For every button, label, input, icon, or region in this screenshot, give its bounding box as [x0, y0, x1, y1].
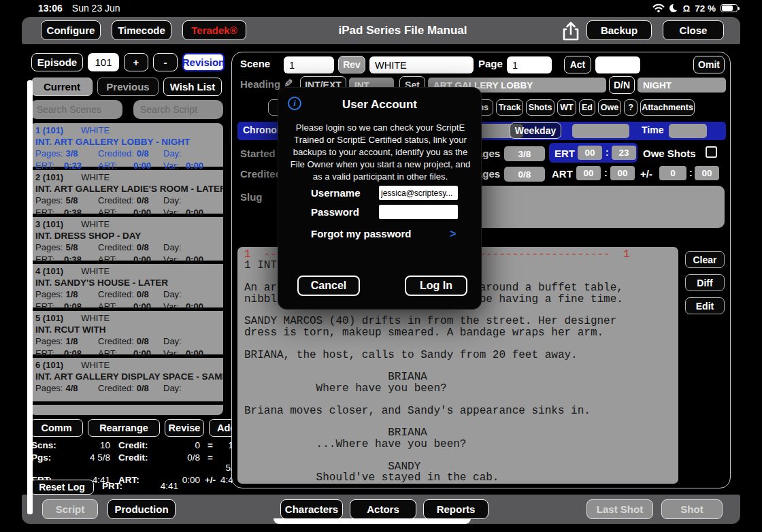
- backup-button[interactable]: Backup: [586, 20, 652, 40]
- forgot-password-link[interactable]: Forgot my password: [311, 228, 412, 239]
- totals-summary: Scns: 10 Credit: 0 = 10 Pgs: 4 5/8 Credi…: [31, 440, 225, 485]
- search-script-input[interactable]: [133, 100, 223, 119]
- close-button[interactable]: Close: [663, 20, 724, 40]
- scene-list-item-6[interactable]: 6 (101)WHITE INT. ART GALLERY DISPLAY SP…: [30, 358, 223, 405]
- prt-row: PRT: 4:41: [102, 481, 178, 491]
- rearrange-button[interactable]: Rearrange: [88, 419, 160, 437]
- comm-button[interactable]: Comm: [30, 419, 83, 437]
- episode-button[interactable]: Episode: [31, 53, 83, 71]
- variance-minutes-field[interactable]: 0: [659, 166, 686, 180]
- scene-slug: INT. RCUT WITH: [35, 324, 219, 335]
- tab-owe[interactable]: Owe: [598, 99, 621, 116]
- tab-wish-list[interactable]: Wish List: [163, 78, 222, 96]
- increment-button[interactable]: +: [124, 53, 148, 71]
- clear-button[interactable]: Clear: [685, 251, 725, 268]
- ert-minutes-field[interactable]: 00: [578, 146, 602, 160]
- revision-input[interactable]: [369, 56, 474, 73]
- scene-number: 2 (101): [35, 172, 63, 182]
- omit-button[interactable]: Omit: [693, 56, 725, 73]
- tab-current[interactable]: Current: [31, 78, 93, 96]
- art-value: 0:00: [133, 301, 151, 312]
- forgot-password-arrow-icon[interactable]: >: [450, 228, 456, 240]
- revision-button[interactable]: Revision: [182, 53, 225, 71]
- dialog-title: User Account: [278, 98, 481, 112]
- edit-button[interactable]: Edit: [685, 297, 725, 314]
- scene-list-item-1[interactable]: 1 (101)WHITE INT. ART GALLERY LOBBY - NI…: [30, 123, 223, 170]
- diff-button[interactable]: Diff: [685, 274, 725, 291]
- time-field[interactable]: [669, 124, 707, 138]
- pages-value-field[interactable]: 3/8: [504, 146, 545, 161]
- script-line: Where have you been?: [244, 383, 678, 394]
- art-seconds-field[interactable]: 00: [610, 166, 635, 180]
- scene-label: Scene: [240, 58, 270, 69]
- credited-value: 0/8: [137, 289, 149, 299]
- scene-list-tabs: Current Previous Wish List: [31, 78, 222, 96]
- login-button[interactable]: Log In: [405, 276, 467, 296]
- credited-label: Credited:: [98, 195, 134, 205]
- pages-credited-field[interactable]: 0/8: [504, 167, 545, 182]
- timecode-button[interactable]: Timecode: [112, 20, 171, 40]
- act-button[interactable]: Act: [564, 56, 591, 73]
- var-value: 0:00: [186, 161, 203, 171]
- scene-list-item-2[interactable]: 2 (101)WHITE INT. ART GALLERY LADIE'S RO…: [30, 170, 223, 217]
- episode-number-input[interactable]: [88, 53, 119, 71]
- heading-label: Heading: [240, 78, 280, 90]
- var-value: 0:00: [186, 254, 203, 265]
- day-night-button[interactable]: D/N: [609, 76, 635, 94]
- tab-shots[interactable]: Shots: [526, 99, 554, 116]
- characters-nav-button[interactable]: Characters: [280, 499, 343, 519]
- tab-wt[interactable]: WT: [557, 99, 576, 116]
- status-time-date: 13:06Sun 23 Jun: [38, 3, 120, 14]
- credited-label: Credited: [240, 168, 282, 180]
- status-bar: 13:06Sun 23 Jun Ω 72 %: [0, 0, 762, 16]
- tab-track[interactable]: Track: [496, 99, 523, 116]
- ert-seconds-field[interactable]: 23: [612, 146, 636, 160]
- weekday-field[interactable]: [572, 124, 629, 138]
- credited-value: 0/8: [137, 148, 149, 159]
- username-input[interactable]: [379, 186, 458, 200]
- act-input[interactable]: [595, 56, 640, 73]
- script-line: ...Where have you been?: [244, 439, 678, 450]
- production-nav-button[interactable]: Production: [107, 499, 176, 519]
- scene-number-input[interactable]: [284, 56, 334, 73]
- credited-value: 0/8: [137, 195, 149, 205]
- pages-label: Pages:: [35, 242, 63, 252]
- variance-seconds-field[interactable]: 00: [695, 166, 719, 180]
- page-input[interactable]: [507, 56, 552, 73]
- share-icon[interactable]: [561, 20, 581, 42]
- tab-previous[interactable]: Previous: [97, 78, 159, 96]
- decrement-button[interactable]: -: [153, 53, 178, 71]
- rev-button[interactable]: Rev: [338, 56, 365, 73]
- tab-question[interactable]: ?: [624, 99, 637, 116]
- tab-attachments[interactable]: Attachments: [640, 99, 695, 116]
- scene-list-item-4[interactable]: 4 (101)WHITE INT. SANDY'S HOUSE - LATER …: [30, 264, 223, 311]
- ert-label: ERT:: [35, 254, 54, 265]
- actors-nav-button[interactable]: Actors: [350, 499, 416, 519]
- reports-nav-button[interactable]: Reports: [423, 499, 488, 519]
- username-label: Username: [311, 187, 361, 199]
- script-nav-button[interactable]: Script: [42, 499, 98, 519]
- credited-label: Credited:: [98, 336, 134, 346]
- teradek-button[interactable]: Teradek®: [182, 20, 246, 40]
- shot-button[interactable]: Shot: [661, 499, 723, 519]
- reset-log-button[interactable]: Reset Log: [30, 480, 94, 495]
- scene-list-item-3[interactable]: 3 (101)WHITE INT. DRESS SHOP - DAY Pages…: [30, 217, 223, 264]
- script-line: [244, 450, 678, 461]
- weekday-button[interactable]: Weekday: [510, 122, 561, 139]
- tab-ed[interactable]: Ed: [579, 99, 595, 116]
- pages-value: 5/8: [65, 242, 78, 252]
- art-minutes-field[interactable]: 00: [576, 166, 601, 180]
- last-shot-button[interactable]: Last Shot: [586, 499, 653, 519]
- window-title: iPad Series File Manual: [314, 24, 491, 37]
- pages-label: Pages:: [35, 383, 63, 393]
- password-input[interactable]: [379, 205, 458, 219]
- cancel-button[interactable]: Cancel: [297, 276, 360, 296]
- search-scenes-input[interactable]: [30, 100, 122, 119]
- revise-button[interactable]: Revise: [165, 419, 204, 437]
- owe-shots-checkbox[interactable]: [706, 146, 717, 158]
- configure-button[interactable]: Configure: [41, 20, 101, 40]
- scene-list-item-5[interactable]: 5 (101)WHITE INT. RCUT WITH Pages:1/8 Cr…: [30, 311, 223, 358]
- pages-label: Pages:: [35, 195, 63, 205]
- day-night-value-field[interactable]: NIGHT: [637, 78, 726, 93]
- pages-value: 1/8: [65, 336, 78, 346]
